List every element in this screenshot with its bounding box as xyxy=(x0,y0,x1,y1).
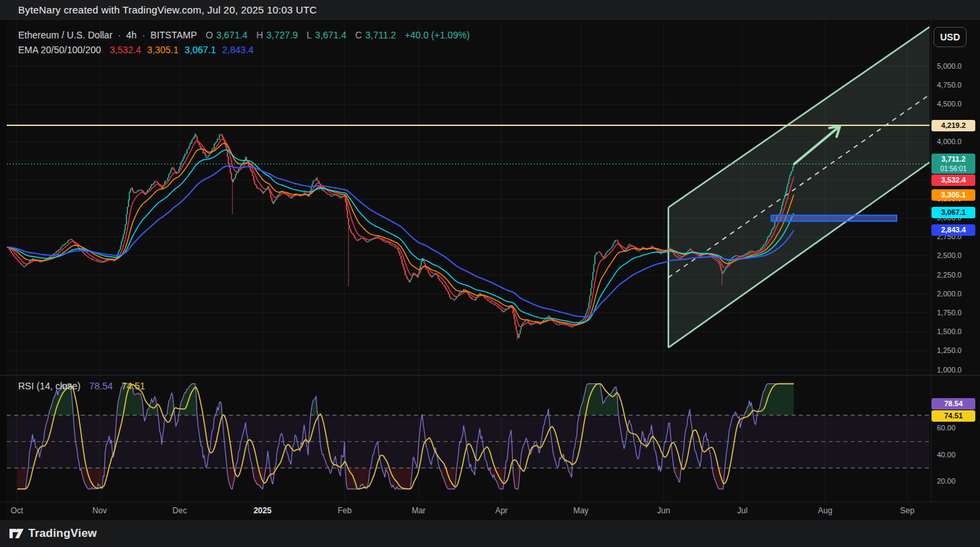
time-tick-label: Dec xyxy=(172,506,186,515)
ema-label: EMA 20/50/100/200 xyxy=(18,44,101,55)
badge-value: 3,711.2 xyxy=(932,154,975,164)
close-label: C xyxy=(355,30,362,40)
time-tick-label: Oct xyxy=(11,506,24,515)
price-tick-label: 2,500.0 xyxy=(937,251,962,259)
price-label-badge: 3,067.1 xyxy=(932,207,975,218)
badge-value: 74.51 xyxy=(932,410,975,421)
badge-countdown: 01:56:01 xyxy=(932,164,975,174)
ema-value: 3,532.4 xyxy=(110,44,141,55)
open-value: 3,671.4 xyxy=(216,30,248,40)
time-tick-label: Apr xyxy=(495,506,508,515)
down-bodies xyxy=(8,134,755,337)
ema-legend: EMA 20/50/100/200 3,532.43,305.13,067.12… xyxy=(18,44,262,55)
open-label: O xyxy=(205,30,213,40)
ema-value: 3,067.1 xyxy=(184,44,216,55)
price-label-badge: 74.51 xyxy=(932,410,975,422)
exchange-label: BITSTAMP xyxy=(151,30,197,40)
badge-value: 3,305.1 xyxy=(932,189,975,200)
badge-value: 3,532.4 xyxy=(932,174,975,185)
rsi-legend: RSI (14, close) 78.54 74.51 xyxy=(18,381,147,391)
price-tick-label: 1,250.0 xyxy=(937,346,962,354)
price-label-badge: 4,219.2 xyxy=(932,120,975,131)
price-label-badge: 3,711.201:56:01 xyxy=(932,154,975,174)
time-tick-label: Nov xyxy=(92,506,106,515)
time-axis[interactable]: OctNovDec2025FebMarAprMayJunJulAugSep xyxy=(0,502,980,519)
low-value: 3,671.4 xyxy=(315,30,347,40)
attribution-bar: ByteNary created with TradingView.com, J… xyxy=(0,0,980,20)
price-tick-label: 4,750.0 xyxy=(937,81,962,89)
price-chart-canvas[interactable] xyxy=(0,0,980,547)
price-tick-label: 2,250.0 xyxy=(937,271,962,279)
high-label: H xyxy=(256,30,263,40)
badge-value: 3,067.1 xyxy=(932,207,975,218)
time-tick-label: Sep xyxy=(900,506,914,515)
price-tick-label: 4,000.0 xyxy=(937,137,962,146)
attribution-text: ByteNary created with TradingView.com, J… xyxy=(18,4,317,15)
currency-toggle-button[interactable]: USD xyxy=(934,27,967,47)
footer-bar: TradingView xyxy=(0,520,980,547)
low-label: L xyxy=(306,30,312,40)
price-label-badge: 78.54 xyxy=(932,398,975,410)
separator: · xyxy=(142,30,145,40)
interval-label: 4h xyxy=(127,30,137,40)
demand-zone[interactable] xyxy=(771,216,897,222)
badge-value: 4,219.2 xyxy=(932,120,975,131)
time-tick-label: 2025 xyxy=(254,506,272,515)
rsi-tick-label: 60.00 xyxy=(937,424,956,432)
price-label-badge: 3,532.4 xyxy=(932,174,975,186)
close-value: 3,711.2 xyxy=(365,30,396,40)
tradingview-logo-icon[interactable] xyxy=(9,527,25,540)
time-tick-label: Aug xyxy=(818,506,832,515)
rsi-value: 78.54 xyxy=(89,381,112,391)
symbol-legend: Ethereum / U.S. Dollar · 4h · BITSTAMP O… xyxy=(18,30,473,40)
time-tick-label: Mar xyxy=(412,506,426,515)
price-label-badge: 2,843.4 xyxy=(932,224,975,236)
rsi-label: RSI (14, close) xyxy=(18,381,81,391)
tradingview-brand-link[interactable]: TradingView xyxy=(28,520,97,547)
price-tick-label: 5,000.0 xyxy=(937,62,962,70)
ema-value: 3,305.1 xyxy=(147,44,179,55)
time-tick-label: Jul xyxy=(737,506,747,515)
price-tick-label: 1,750.0 xyxy=(937,309,962,317)
separator: · xyxy=(118,30,121,40)
rsi-ma-value: 74.51 xyxy=(121,381,145,391)
rsi-tick-label: 20.00 xyxy=(937,477,956,485)
badge-value: 2,843.4 xyxy=(932,224,975,235)
rsi-tick-label: 40.00 xyxy=(937,451,956,459)
price-channel[interactable] xyxy=(668,27,930,348)
currency-toggle-label: USD xyxy=(940,32,960,42)
ema-value: 2,843.4 xyxy=(222,44,254,55)
symbol-name: Ethereum / U.S. Dollar xyxy=(18,30,112,40)
price-label-badge: 3,305.1 xyxy=(932,189,975,201)
ema-values: 3,532.43,305.13,067.12,843.4 xyxy=(110,44,260,55)
time-tick-label: Jun xyxy=(657,506,670,515)
price-tick-label: 1,000.0 xyxy=(937,366,962,374)
price-tick-label: 2,000.0 xyxy=(937,290,962,298)
high-value: 3,727.9 xyxy=(267,30,298,40)
time-tick-label: May xyxy=(573,506,589,515)
price-tick-label: 4,500.0 xyxy=(937,100,962,108)
time-tick-label: Feb xyxy=(338,506,352,515)
badge-value: 78.54 xyxy=(932,398,975,409)
price-tick-label: 1,500.0 xyxy=(937,327,962,335)
change-value: +40.0 (+1.09%) xyxy=(405,30,470,40)
tradingview-snapshot: ByteNary created with TradingView.com, J… xyxy=(0,0,980,547)
